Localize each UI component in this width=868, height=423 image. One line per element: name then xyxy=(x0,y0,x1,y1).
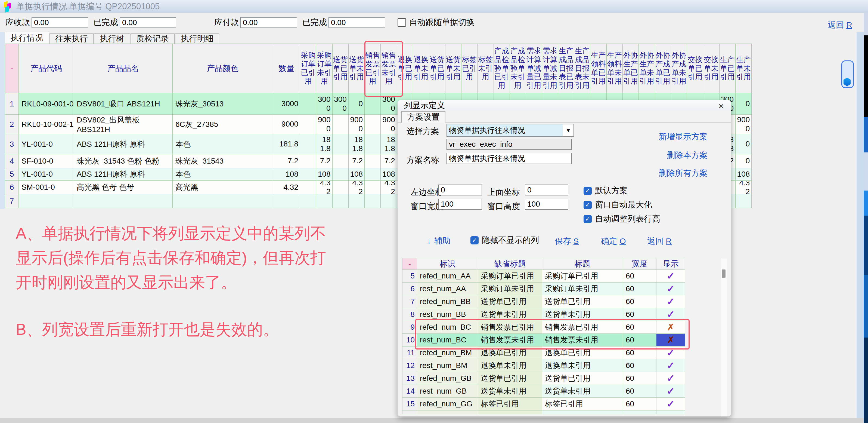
cell-product-name[interactable]: ABS 121H原料 原料 xyxy=(74,134,173,154)
cell-product-color[interactable]: 高光黑 xyxy=(173,181,273,194)
row-number[interactable]: 3 xyxy=(5,134,19,154)
add-scheme-link[interactable]: 新增显示方案 xyxy=(659,131,708,142)
cell-product-color[interactable]: 珠光灰_31543 xyxy=(173,154,273,168)
window-width-input[interactable] xyxy=(438,199,482,209)
table-cell[interactable]: 108 xyxy=(381,168,397,181)
row-number[interactable]: 7 xyxy=(402,295,417,308)
table-cell[interactable]: 108 xyxy=(736,168,752,181)
table-cell[interactable]: 9000 xyxy=(316,115,332,134)
cell-default-title[interactable]: 标签已引用 xyxy=(478,398,542,411)
scheme-select[interactable]: 物资单据执行往来情况 ▼ xyxy=(446,124,574,137)
cell-default-title[interactable] xyxy=(478,411,542,414)
cell-identifier[interactable]: refed_num_GG xyxy=(417,398,478,411)
cell-product-code[interactable]: YL-001-0 xyxy=(19,168,74,181)
table-cell[interactable] xyxy=(365,181,381,194)
table-cell[interactable]: 7.2 xyxy=(316,154,332,168)
cell-width[interactable]: 60 xyxy=(623,372,656,385)
table-cell[interactable] xyxy=(333,181,349,194)
tab-exchange-exec[interactable]: 往来执行 xyxy=(50,33,94,44)
table-cell[interactable] xyxy=(333,194,349,208)
cell-show-toggle[interactable]: ✓ xyxy=(656,372,685,385)
table-cell[interactable] xyxy=(316,194,332,208)
table-cell[interactable]: 181.8 xyxy=(316,134,332,154)
cell-show-toggle[interactable]: ✓ xyxy=(656,283,685,295)
cell-product-name[interactable]: DSV802_出风盖板 ABS121H xyxy=(74,115,173,134)
ok-button[interactable]: 确定 O xyxy=(601,236,626,247)
cell-title[interactable] xyxy=(542,411,623,414)
payable-input[interactable] xyxy=(240,18,297,28)
dialog-close-button[interactable]: × xyxy=(718,101,724,111)
table-cell[interactable]: 181.8 xyxy=(349,134,365,154)
cell-width[interactable]: 60 xyxy=(623,398,656,411)
cell-width[interactable]: 60 xyxy=(623,359,656,372)
cell-default-title[interactable]: 采购订单已引用 xyxy=(478,270,542,283)
row-number[interactable]: 5 xyxy=(5,168,19,181)
cell-product-code[interactable] xyxy=(19,194,74,208)
cell-product-color[interactable]: 本色 xyxy=(173,134,273,154)
cell-default-title[interactable]: 送货单未引用 xyxy=(478,385,542,398)
tab-exec-status[interactable]: 执行情况 xyxy=(5,32,49,44)
table-cell[interactable]: 108 xyxy=(349,168,365,181)
table-cell[interactable] xyxy=(365,134,381,154)
cell-product-color[interactable]: 珠光灰_30513 xyxy=(173,93,273,115)
row-number[interactable]: 1 xyxy=(5,93,19,115)
table-cell[interactable]: 9000 xyxy=(349,115,365,134)
cell-title[interactable]: 退换单未引用 xyxy=(542,359,623,372)
table-cell[interactable] xyxy=(736,194,752,208)
tab-scheme-settings[interactable]: 方案设置 xyxy=(401,111,445,123)
table-cell[interactable] xyxy=(365,194,381,208)
table-cell[interactable] xyxy=(365,168,381,181)
row-number[interactable]: 2 xyxy=(5,115,19,134)
table-cell[interactable]: 4.32 xyxy=(381,181,397,194)
cell-product-code[interactable]: SF-010-0 xyxy=(19,154,74,168)
cell-product-code[interactable]: RKL0-10-002-1 xyxy=(19,115,74,134)
main-vertical-scrollbar[interactable] xyxy=(857,32,864,423)
row-number[interactable]: 5 xyxy=(402,270,417,283)
cell-quantity[interactable]: 9000 xyxy=(273,115,300,134)
cell-show-toggle[interactable]: ✓ xyxy=(656,385,685,398)
scheme-name-input[interactable] xyxy=(446,153,571,164)
row-number[interactable]: 7 xyxy=(5,194,19,208)
table-cell[interactable]: 3000 xyxy=(333,93,349,115)
table-cell[interactable] xyxy=(300,154,316,168)
table-cell[interactable]: 4.32 xyxy=(316,181,332,194)
cell-quantity[interactable]: 7.2 xyxy=(273,154,300,168)
cell-product-name[interactable]: 珠光灰_31543 色粉 色粉 xyxy=(74,154,173,168)
cell-title[interactable]: 送货单已引用 xyxy=(542,372,623,385)
table-cell[interactable] xyxy=(365,115,381,134)
tab-qc-records[interactable]: 质检记录 xyxy=(130,33,175,44)
table-cell[interactable]: 4.32 xyxy=(349,181,365,194)
tab-exec-tree[interactable]: 执行树 xyxy=(94,33,130,44)
cell-product-code[interactable]: SM-001-0 xyxy=(19,181,74,194)
cell-width[interactable]: 60 xyxy=(623,270,656,283)
cell-product-code[interactable]: YL-001-0 xyxy=(19,134,74,154)
cell-quantity[interactable]: 3000 xyxy=(273,93,300,115)
row-number[interactable]: 15 xyxy=(402,398,417,411)
cell-title[interactable]: 送货单未引用 xyxy=(542,385,623,398)
cell-default-title[interactable]: 送货单已引用 xyxy=(478,295,542,308)
table-cell[interactable] xyxy=(333,115,349,134)
aux-button[interactable]: ↓ 辅助 xyxy=(427,235,451,246)
cell-identifier[interactable]: rest_num_GB xyxy=(417,385,478,398)
cell-show-toggle[interactable]: ✓ xyxy=(656,398,685,411)
table-cell[interactable]: 181.8 xyxy=(381,134,397,154)
receivable-input[interactable] xyxy=(32,18,88,28)
top-coord-input[interactable] xyxy=(525,185,568,195)
cell-identifier[interactable]: refed_num_GB xyxy=(417,372,478,385)
auto-row-height-check[interactable]: ✓ 自动调整列表行高 xyxy=(584,214,660,225)
table-cell[interactable] xyxy=(300,181,316,194)
table-cell[interactable] xyxy=(300,93,316,115)
table-cell[interactable]: 7.2 xyxy=(381,154,397,168)
row-number[interactable]: 8 xyxy=(402,308,417,321)
tab-exec-detail[interactable]: 执行明细 xyxy=(175,33,219,44)
cell-title[interactable]: 标签已引用 xyxy=(542,398,623,411)
cell-product-code[interactable]: RKL0-09-001-0 xyxy=(19,93,74,115)
cell-product-name[interactable]: 高光黑 色母 色母 xyxy=(74,181,173,194)
return-link-top[interactable]: 返回 R xyxy=(828,20,852,31)
table-cell[interactable] xyxy=(333,154,349,168)
floating-scroll-thumb[interactable] xyxy=(841,60,854,88)
table-cell[interactable] xyxy=(300,168,316,181)
cell-identifier[interactable] xyxy=(417,411,478,414)
row-number[interactable]: 6 xyxy=(5,181,19,194)
hide-columns-check[interactable]: ✓ 隐藏不显示的列 xyxy=(470,235,539,246)
